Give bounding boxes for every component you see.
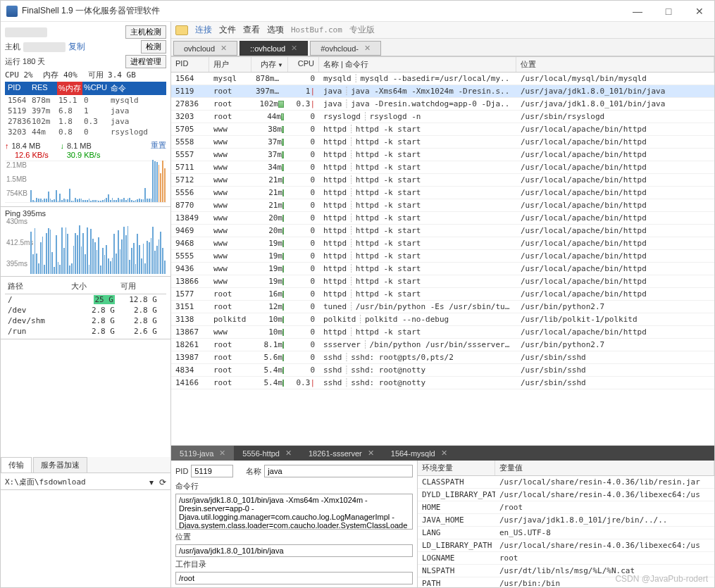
col-mempct[interactable]: %内存 [57, 82, 82, 95]
env-row[interactable]: JAVA_HOME/usr/java/jdk1.8.0_101/jre/bin/… [418, 514, 714, 527]
server-tab[interactable]: ::ovhcloud✕ [240, 41, 308, 56]
env-row[interactable]: LOGNAMEroot [418, 552, 714, 565]
col-cmd[interactable]: 命令 [108, 82, 166, 95]
close-icon[interactable]: ✕ [219, 449, 225, 458]
menu-connect[interactable]: 连接 [195, 24, 212, 36]
process-row[interactable]: 18261root8.1m0ssserver┊/bin/python /usr/… [171, 339, 714, 351]
detail-cmd-text[interactable]: /usr/java/jdk1.8.0_101/bin/java -Xms64m … [175, 494, 413, 530]
process-row[interactable]: 5705www38m0httpd┊httpd -k start/usr/loca… [171, 123, 714, 136]
mini-proc-row[interactable]: 5119397m6.81java [5, 106, 166, 116]
env-row[interactable]: CLASSPATH/usr/local/share/resin-4.0.36/l… [418, 476, 714, 489]
menu-view[interactable]: 查看 [243, 24, 260, 36]
watermark: CSDN @JavaPub-rodert [615, 574, 708, 584]
server-tab[interactable]: #ovhcloud-✕ [310, 41, 381, 56]
menu-pro[interactable]: 专业版 [349, 24, 375, 36]
detail-name-label: 名称 [246, 466, 261, 477]
process-row[interactable]: 14166root5.4m0.3|sshd┊sshd: root@notty/u… [171, 377, 714, 389]
disk-row[interactable]: /run2.8 G2.6 G [5, 326, 166, 337]
detect-button[interactable]: 检测 [141, 40, 166, 54]
process-row[interactable]: 9469www20m0httpd┊httpd -k start/usr/loca… [171, 225, 714, 237]
close-icon[interactable]: ✕ [220, 44, 227, 53]
app-icon [6, 6, 18, 17]
gcol-user[interactable]: 用户 [209, 57, 251, 72]
process-row[interactable]: 5558www37m0httpd┊httpd -k start/usr/loca… [171, 136, 714, 149]
col-path[interactable]: 路径 [5, 280, 68, 292]
dropdown-icon[interactable]: ▾ [149, 477, 154, 487]
tab-transfer[interactable]: 传输 [1, 457, 32, 473]
close-icon[interactable]: ✕ [291, 44, 297, 53]
process-row[interactable]: 5119root397m1|java┊java -Xms64m -Xmx1024… [171, 85, 714, 98]
detail-name-input[interactable] [264, 465, 413, 477]
process-row[interactable]: 1564mysql878m0mysqld┊mysqld --basedir=/u… [171, 73, 714, 85]
env-row[interactable]: DYLD_LIBRARY_PATH/usr/local/share/resin-… [418, 489, 714, 501]
process-row[interactable]: 5556www21m0httpd┊httpd -k start/usr/loca… [171, 187, 714, 199]
detail-wd-input[interactable] [175, 572, 413, 584]
tab-accel[interactable]: 服务器加速 [33, 457, 87, 473]
menu-file[interactable]: 文件 [219, 24, 236, 36]
gcol-cmd[interactable]: 名称 | 命令行 [319, 57, 516, 72]
process-row[interactable]: 9468www19m0httpd┊httpd -k start/usr/loca… [171, 237, 714, 250]
detail-tab[interactable]: 18261-ssserver✕ [300, 446, 383, 461]
col-size[interactable]: 大小 [68, 280, 118, 292]
process-row[interactable]: 5555www19m0httpd┊httpd -k start/usr/loca… [171, 250, 714, 263]
process-row[interactable]: 5711www34m0httpd┊httpd -k start/usr/loca… [171, 161, 714, 174]
process-row[interactable]: 4834root5.4m0sshd┊sshd: root@notty/usr/s… [171, 364, 714, 377]
disk-row[interactable]: /25 G12.8 G [5, 294, 166, 305]
env-row[interactable]: LANGen_US.UTF-8 [418, 527, 714, 539]
col-avail[interactable]: 可用 [118, 280, 160, 292]
close-icon[interactable]: ✕ [364, 44, 371, 53]
env-row[interactable]: HOME/root [418, 501, 714, 514]
env-row[interactable]: LD_LIBRARY_PATH/usr/local/share/resin-4.… [418, 539, 714, 552]
server-tab[interactable]: ovhcloud✕ [173, 41, 237, 56]
detail-loc-input[interactable] [175, 544, 413, 557]
gcol-mem[interactable]: 内存▼ [251, 57, 288, 72]
process-row[interactable]: 13867www10m0httpd┊httpd -k start/usr/loc… [171, 326, 714, 339]
close-icon[interactable]: ✕ [285, 449, 292, 458]
disk-row[interactable]: /dev/shm2.8 G2.8 G [5, 315, 166, 326]
menu-options[interactable]: 选项 [267, 24, 284, 36]
process-row[interactable]: 13849www20m0httpd┊httpd -k start/usr/loc… [171, 212, 714, 225]
disk-row[interactable]: /dev2.8 G2.8 G [5, 305, 166, 315]
process-row[interactable]: 13866www19m0httpd┊httpd -k start/usr/loc… [171, 275, 714, 288]
detail-tab[interactable]: 1564-mysqld✕ [383, 446, 456, 461]
refresh-icon[interactable]: ⟳ [159, 477, 166, 487]
detail-tab[interactable]: 5119-java✕ [171, 446, 234, 461]
gcol-pid[interactable]: PID [171, 57, 209, 72]
mini-proc-row[interactable]: 27836102m1.80.3java [5, 116, 166, 127]
process-row[interactable]: 3203root44m0rsyslogd┊rsyslogd -n/usr/sbi… [171, 111, 714, 123]
mini-proc-row[interactable]: 320344m0.80rsyslogd [5, 127, 166, 137]
close-icon[interactable]: ✕ [368, 449, 374, 458]
process-row[interactable]: 27836root102m0.3|java┊java -Dresin.watch… [171, 98, 714, 111]
mini-proc-row[interactable]: 1564878m15.10mysqld [5, 95, 166, 106]
process-row[interactable]: 3151root12m0tuned┊/usr/bin/python -Es /u… [171, 301, 714, 313]
col-pid[interactable]: PID [5, 82, 30, 95]
process-row[interactable]: 5712www21m0httpd┊httpd -k start/usr/loca… [171, 174, 714, 187]
file-list-empty [1, 492, 170, 587]
process-row[interactable]: 13987root5.6m0sshd┊sshd: root@pts/0,pts/… [171, 351, 714, 364]
process-row[interactable]: 3138polkitd10m0polkitd┊polkitd --no-debu… [171, 313, 714, 326]
close-button[interactable]: ✕ [690, 6, 709, 17]
procmgr-button[interactable]: 进程管理 [125, 55, 166, 68]
col-cpupct[interactable]: %CPU [82, 82, 108, 95]
detail-tab[interactable]: 5556-httpd✕ [234, 446, 300, 461]
copy-link[interactable]: 复制 [68, 41, 85, 53]
menu-url[interactable]: HostBuf.com [291, 25, 342, 35]
close-icon[interactable]: ✕ [441, 449, 447, 458]
process-row[interactable]: 8770www21m0httpd┊httpd -k start/usr/loca… [171, 199, 714, 212]
folder-icon[interactable] [175, 25, 188, 35]
detail-pid-input[interactable] [191, 465, 233, 477]
env-col-key[interactable]: 环境变量 [418, 461, 495, 475]
reset-link[interactable]: 重置 [151, 140, 166, 151]
col-res[interactable]: RES [30, 82, 57, 95]
process-row[interactable]: 5557www37m0httpd┊httpd -k start/usr/loca… [171, 149, 714, 161]
minimize-button[interactable]: — [628, 6, 647, 17]
host-ip-blurred [5, 27, 47, 37]
env-col-val[interactable]: 变量值 [495, 461, 714, 475]
host-detect-button[interactable]: 主机检测 [125, 25, 166, 39]
process-row[interactable]: 1577root16m0httpd┊httpd -k start/usr/loc… [171, 288, 714, 301]
gcol-loc[interactable]: 位置 [516, 57, 714, 72]
process-row[interactable]: 9436www19m0httpd┊httpd -k start/usr/loca… [171, 263, 714, 275]
ping-chart: 430ms 412.5ms 395ms [5, 218, 166, 274]
maximize-button[interactable]: □ [659, 6, 678, 17]
gcol-cpu[interactable]: CPU [288, 57, 319, 72]
